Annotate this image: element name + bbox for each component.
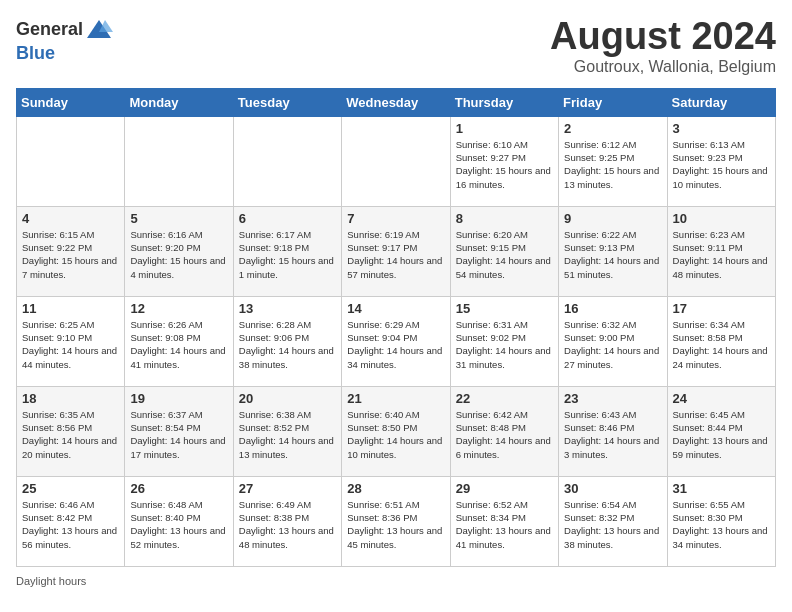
day-info: Sunrise: 6:19 AM Sunset: 9:17 PM Dayligh… xyxy=(347,228,444,281)
calendar-cell: 2Sunrise: 6:12 AM Sunset: 9:25 PM Daylig… xyxy=(559,116,667,206)
day-number: 18 xyxy=(22,391,119,406)
day-header-tuesday: Tuesday xyxy=(233,88,341,116)
day-number: 23 xyxy=(564,391,661,406)
day-number: 19 xyxy=(130,391,227,406)
day-header-wednesday: Wednesday xyxy=(342,88,450,116)
day-header-sunday: Sunday xyxy=(17,88,125,116)
calendar-cell xyxy=(342,116,450,206)
day-number: 11 xyxy=(22,301,119,316)
calendar-cell: 5Sunrise: 6:16 AM Sunset: 9:20 PM Daylig… xyxy=(125,206,233,296)
calendar-cell: 28Sunrise: 6:51 AM Sunset: 8:36 PM Dayli… xyxy=(342,476,450,566)
calendar-cell: 6Sunrise: 6:17 AM Sunset: 9:18 PM Daylig… xyxy=(233,206,341,296)
day-number: 29 xyxy=(456,481,553,496)
day-info: Sunrise: 6:12 AM Sunset: 9:25 PM Dayligh… xyxy=(564,138,661,191)
day-number: 26 xyxy=(130,481,227,496)
calendar-table: SundayMondayTuesdayWednesdayThursdayFrid… xyxy=(16,88,776,567)
day-number: 15 xyxy=(456,301,553,316)
calendar-cell: 17Sunrise: 6:34 AM Sunset: 8:58 PM Dayli… xyxy=(667,296,775,386)
calendar-cell: 11Sunrise: 6:25 AM Sunset: 9:10 PM Dayli… xyxy=(17,296,125,386)
day-info: Sunrise: 6:31 AM Sunset: 9:02 PM Dayligh… xyxy=(456,318,553,371)
day-info: Sunrise: 6:34 AM Sunset: 8:58 PM Dayligh… xyxy=(673,318,770,371)
location-subtitle: Goutroux, Wallonia, Belgium xyxy=(550,58,776,76)
day-header-saturday: Saturday xyxy=(667,88,775,116)
day-info: Sunrise: 6:22 AM Sunset: 9:13 PM Dayligh… xyxy=(564,228,661,281)
logo-icon xyxy=(85,16,113,44)
day-info: Sunrise: 6:13 AM Sunset: 9:23 PM Dayligh… xyxy=(673,138,770,191)
calendar-cell: 7Sunrise: 6:19 AM Sunset: 9:17 PM Daylig… xyxy=(342,206,450,296)
day-info: Sunrise: 6:48 AM Sunset: 8:40 PM Dayligh… xyxy=(130,498,227,551)
footer-note: Daylight hours xyxy=(16,575,776,587)
calendar-body: 1Sunrise: 6:10 AM Sunset: 9:27 PM Daylig… xyxy=(17,116,776,566)
day-number: 3 xyxy=(673,121,770,136)
day-header-friday: Friday xyxy=(559,88,667,116)
day-number: 25 xyxy=(22,481,119,496)
calendar-cell: 21Sunrise: 6:40 AM Sunset: 8:50 PM Dayli… xyxy=(342,386,450,476)
week-row-3: 11Sunrise: 6:25 AM Sunset: 9:10 PM Dayli… xyxy=(17,296,776,386)
day-number: 12 xyxy=(130,301,227,316)
calendar-cell: 30Sunrise: 6:54 AM Sunset: 8:32 PM Dayli… xyxy=(559,476,667,566)
day-info: Sunrise: 6:52 AM Sunset: 8:34 PM Dayligh… xyxy=(456,498,553,551)
day-info: Sunrise: 6:23 AM Sunset: 9:11 PM Dayligh… xyxy=(673,228,770,281)
day-number: 7 xyxy=(347,211,444,226)
calendar-cell xyxy=(125,116,233,206)
calendar-cell: 8Sunrise: 6:20 AM Sunset: 9:15 PM Daylig… xyxy=(450,206,558,296)
day-info: Sunrise: 6:32 AM Sunset: 9:00 PM Dayligh… xyxy=(564,318,661,371)
calendar-cell: 12Sunrise: 6:26 AM Sunset: 9:08 PM Dayli… xyxy=(125,296,233,386)
week-row-4: 18Sunrise: 6:35 AM Sunset: 8:56 PM Dayli… xyxy=(17,386,776,476)
day-info: Sunrise: 6:42 AM Sunset: 8:48 PM Dayligh… xyxy=(456,408,553,461)
day-info: Sunrise: 6:45 AM Sunset: 8:44 PM Dayligh… xyxy=(673,408,770,461)
day-info: Sunrise: 6:17 AM Sunset: 9:18 PM Dayligh… xyxy=(239,228,336,281)
day-number: 4 xyxy=(22,211,119,226)
calendar-cell: 26Sunrise: 6:48 AM Sunset: 8:40 PM Dayli… xyxy=(125,476,233,566)
day-number: 10 xyxy=(673,211,770,226)
calendar-cell xyxy=(233,116,341,206)
calendar-cell: 29Sunrise: 6:52 AM Sunset: 8:34 PM Dayli… xyxy=(450,476,558,566)
day-info: Sunrise: 6:40 AM Sunset: 8:50 PM Dayligh… xyxy=(347,408,444,461)
day-info: Sunrise: 6:37 AM Sunset: 8:54 PM Dayligh… xyxy=(130,408,227,461)
calendar-cell: 20Sunrise: 6:38 AM Sunset: 8:52 PM Dayli… xyxy=(233,386,341,476)
calendar-cell: 13Sunrise: 6:28 AM Sunset: 9:06 PM Dayli… xyxy=(233,296,341,386)
calendar-cell: 24Sunrise: 6:45 AM Sunset: 8:44 PM Dayli… xyxy=(667,386,775,476)
day-info: Sunrise: 6:20 AM Sunset: 9:15 PM Dayligh… xyxy=(456,228,553,281)
day-info: Sunrise: 6:49 AM Sunset: 8:38 PM Dayligh… xyxy=(239,498,336,551)
day-info: Sunrise: 6:16 AM Sunset: 9:20 PM Dayligh… xyxy=(130,228,227,281)
calendar-cell: 15Sunrise: 6:31 AM Sunset: 9:02 PM Dayli… xyxy=(450,296,558,386)
day-info: Sunrise: 6:25 AM Sunset: 9:10 PM Dayligh… xyxy=(22,318,119,371)
calendar-cell: 25Sunrise: 6:46 AM Sunset: 8:42 PM Dayli… xyxy=(17,476,125,566)
logo: General Blue xyxy=(16,16,113,64)
day-number: 14 xyxy=(347,301,444,316)
calendar-cell: 18Sunrise: 6:35 AM Sunset: 8:56 PM Dayli… xyxy=(17,386,125,476)
calendar-cell: 14Sunrise: 6:29 AM Sunset: 9:04 PM Dayli… xyxy=(342,296,450,386)
calendar-cell: 9Sunrise: 6:22 AM Sunset: 9:13 PM Daylig… xyxy=(559,206,667,296)
day-number: 30 xyxy=(564,481,661,496)
day-number: 2 xyxy=(564,121,661,136)
day-number: 22 xyxy=(456,391,553,406)
calendar-cell xyxy=(17,116,125,206)
day-number: 1 xyxy=(456,121,553,136)
day-header-thursday: Thursday xyxy=(450,88,558,116)
day-info: Sunrise: 6:35 AM Sunset: 8:56 PM Dayligh… xyxy=(22,408,119,461)
day-info: Sunrise: 6:29 AM Sunset: 9:04 PM Dayligh… xyxy=(347,318,444,371)
week-row-2: 4Sunrise: 6:15 AM Sunset: 9:22 PM Daylig… xyxy=(17,206,776,296)
title-area: August 2024 Goutroux, Wallonia, Belgium xyxy=(550,16,776,76)
month-year-title: August 2024 xyxy=(550,16,776,58)
calendar-cell: 22Sunrise: 6:42 AM Sunset: 8:48 PM Dayli… xyxy=(450,386,558,476)
day-number: 17 xyxy=(673,301,770,316)
day-number: 9 xyxy=(564,211,661,226)
calendar-cell: 16Sunrise: 6:32 AM Sunset: 9:00 PM Dayli… xyxy=(559,296,667,386)
logo-general: General xyxy=(16,20,83,40)
calendar-cell: 27Sunrise: 6:49 AM Sunset: 8:38 PM Dayli… xyxy=(233,476,341,566)
week-row-5: 25Sunrise: 6:46 AM Sunset: 8:42 PM Dayli… xyxy=(17,476,776,566)
day-number: 5 xyxy=(130,211,227,226)
calendar-cell: 10Sunrise: 6:23 AM Sunset: 9:11 PM Dayli… xyxy=(667,206,775,296)
day-number: 8 xyxy=(456,211,553,226)
day-number: 21 xyxy=(347,391,444,406)
day-info: Sunrise: 6:54 AM Sunset: 8:32 PM Dayligh… xyxy=(564,498,661,551)
header-row: SundayMondayTuesdayWednesdayThursdayFrid… xyxy=(17,88,776,116)
day-number: 27 xyxy=(239,481,336,496)
page-header: General Blue August 2024 Goutroux, Wallo… xyxy=(16,16,776,76)
day-number: 16 xyxy=(564,301,661,316)
day-number: 20 xyxy=(239,391,336,406)
day-number: 31 xyxy=(673,481,770,496)
logo-blue: Blue xyxy=(16,43,55,63)
